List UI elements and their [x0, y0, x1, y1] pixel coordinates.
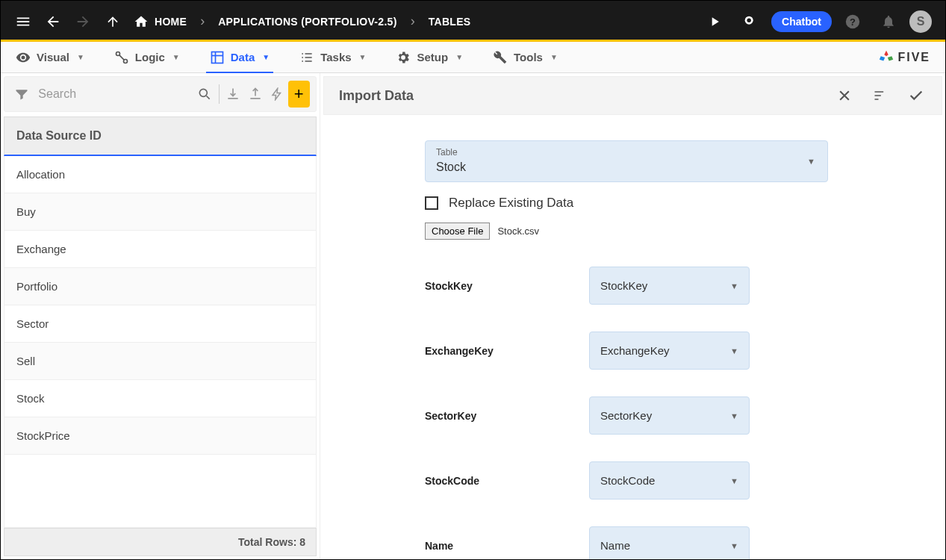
- header-actions: [834, 85, 927, 106]
- map-select-value: StockCode: [600, 474, 655, 487]
- tab-logic-label: Logic: [135, 51, 165, 63]
- main: + Data Source ID Allocation Buy Exchange…: [1, 73, 945, 559]
- search-icon[interactable]: [193, 81, 215, 108]
- map-row: SectorKey SectorKey ▼: [425, 396, 863, 435]
- crumb-app[interactable]: APPLICATIONS (PORTFOLIOV-2.5): [218, 16, 396, 28]
- chatbot-button[interactable]: Chatbot: [771, 11, 832, 32]
- map-label: SectorKey: [425, 410, 589, 422]
- map-label: StockKey: [425, 280, 589, 292]
- up-icon[interactable]: [98, 7, 128, 37]
- divider: [219, 84, 220, 104]
- topbar: HOME › APPLICATIONS (PORTFOLIOV-2.5) › T…: [1, 1, 945, 42]
- bolt-icon[interactable]: [266, 81, 287, 108]
- chevron-down-icon: ▼: [730, 346, 738, 355]
- breadcrumb: HOME › APPLICATIONS (PORTFOLIOV-2.5) › T…: [134, 13, 470, 29]
- search-row: +: [4, 76, 317, 112]
- map-row: ExchangeKey ExchangeKey ▼: [425, 332, 863, 370]
- back-icon[interactable]: [38, 7, 68, 37]
- map-label: StockCode: [425, 475, 589, 487]
- play-icon[interactable]: [700, 7, 729, 37]
- map-select-value: SectorKey: [600, 409, 652, 422]
- map-label: ExchangeKey: [425, 345, 589, 357]
- content: Import Data Table Stock ▼: [320, 73, 945, 559]
- tab-tools[interactable]: Tools▼: [493, 42, 558, 72]
- topbar-right: Chatbot ? S: [700, 7, 932, 37]
- chevron-right-icon: ›: [405, 13, 421, 29]
- avatar[interactable]: S: [909, 10, 932, 33]
- import-icon[interactable]: [223, 81, 244, 108]
- map-select[interactable]: Name ▼: [589, 526, 750, 559]
- add-button[interactable]: +: [288, 81, 310, 108]
- map-row: StockCode StockCode ▼: [425, 461, 863, 500]
- map-label: Name: [425, 540, 589, 552]
- replace-row: Replace Existing Data: [425, 196, 863, 211]
- tab-tasks[interactable]: Tasks▼: [299, 42, 366, 72]
- chevron-down-icon: ▼: [730, 411, 738, 420]
- toolbar: Visual▼ Logic▼ Data▼ Tasks▼ Setup▼ Tools…: [1, 42, 945, 73]
- table-select-label: Table: [436, 147, 817, 158]
- chevron-right-icon: ›: [194, 13, 211, 29]
- chevron-down-icon: ▼: [730, 281, 738, 290]
- tab-data[interactable]: Data▼: [210, 42, 270, 72]
- crumb-home[interactable]: HOME: [134, 14, 187, 29]
- list-header: Data Source ID: [4, 116, 317, 156]
- confirm-icon[interactable]: [906, 85, 927, 106]
- table-select[interactable]: Table Stock ▼: [425, 140, 828, 182]
- map-select[interactable]: ExchangeKey ▼: [589, 332, 750, 370]
- map-select[interactable]: StockKey ▼: [589, 267, 750, 305]
- table-select-value: Stock: [436, 161, 817, 174]
- tab-visual-label: Visual: [37, 51, 69, 63]
- map-select-value: ExchangeKey: [600, 344, 670, 357]
- map-select-value: Name: [600, 539, 630, 552]
- filter-icon[interactable]: [10, 81, 32, 108]
- list-item[interactable]: Sell: [4, 343, 316, 380]
- brand-logo: FIVE: [878, 49, 930, 66]
- bell-icon[interactable]: [874, 7, 903, 37]
- chevron-down-icon: ▼: [730, 541, 738, 550]
- list-item[interactable]: Allocation: [4, 156, 316, 193]
- page-title: Import Data: [339, 88, 414, 104]
- crumb-page[interactable]: TABLES: [429, 16, 471, 28]
- search-top-icon[interactable]: [735, 7, 765, 37]
- list-item[interactable]: Stock: [4, 380, 316, 417]
- file-row: Choose File Stock.csv: [425, 223, 863, 240]
- list-item[interactable]: Portfolio: [4, 268, 316, 305]
- map-row: StockKey StockKey ▼: [425, 267, 863, 305]
- list-item[interactable]: Exchange: [4, 231, 316, 268]
- crumb-home-label: HOME: [155, 16, 187, 28]
- tab-setup[interactable]: Setup▼: [396, 42, 463, 72]
- replace-checkbox[interactable]: [425, 196, 438, 210]
- tab-data-label: Data: [231, 51, 255, 63]
- menu-icon[interactable]: [8, 7, 38, 37]
- map-select-value: StockKey: [600, 279, 647, 292]
- list-item[interactable]: Buy: [4, 193, 316, 231]
- svg-point-1: [747, 18, 752, 22]
- content-header: Import Data: [323, 76, 942, 115]
- tab-setup-label: Setup: [417, 51, 448, 63]
- close-icon[interactable]: [834, 85, 855, 106]
- tab-visual[interactable]: Visual▼: [16, 42, 84, 72]
- export-icon[interactable]: [244, 81, 266, 108]
- tab-logic[interactable]: Logic▼: [114, 42, 180, 72]
- list-item[interactable]: StockPrice: [4, 417, 316, 455]
- list-item[interactable]: Sector: [4, 305, 316, 343]
- sidebar: + Data Source ID Allocation Buy Exchange…: [1, 73, 320, 559]
- replace-label: Replace Existing Data: [449, 196, 573, 211]
- tab-tasks-label: Tasks: [320, 51, 351, 63]
- svg-rect-6: [211, 52, 223, 63]
- map-select[interactable]: SectorKey ▼: [589, 396, 750, 435]
- svg-point-9: [199, 89, 207, 96]
- list-body: Allocation Buy Exchange Portfolio Sector…: [4, 156, 317, 528]
- svg-text:?: ?: [850, 16, 856, 27]
- map-select[interactable]: StockCode ▼: [589, 461, 750, 500]
- search-input[interactable]: [32, 87, 193, 101]
- help-icon[interactable]: ?: [838, 7, 868, 37]
- form-area: Table Stock ▼ Replace Existing Data Choo…: [320, 118, 945, 559]
- forward-icon: [68, 7, 98, 37]
- tab-tools-label: Tools: [514, 51, 543, 63]
- choose-file-button[interactable]: Choose File: [425, 223, 490, 240]
- brand-label: FIVE: [897, 51, 930, 64]
- sort-icon[interactable]: [870, 85, 891, 106]
- chevron-down-icon: ▼: [730, 476, 738, 485]
- list-footer: Total Rows: 8: [4, 528, 317, 556]
